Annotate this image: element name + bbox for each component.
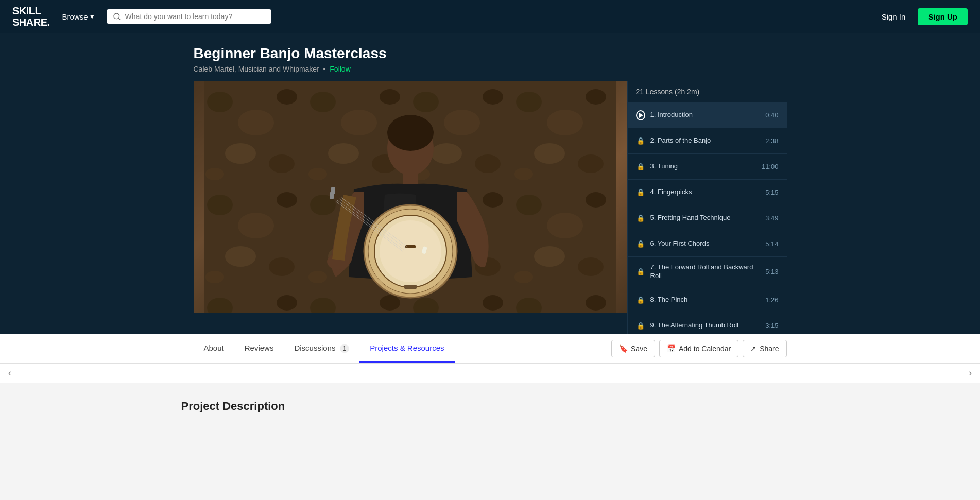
tab-item-reviews[interactable]: Reviews	[234, 334, 284, 363]
lock-icon: 🔒	[636, 188, 645, 197]
lesson-duration: 0:40	[765, 111, 778, 119]
badge: 1	[340, 344, 350, 353]
lesson-title: 1. Introduction	[650, 111, 761, 119]
follow-link[interactable]: Follow	[330, 65, 350, 73]
video-background	[194, 81, 627, 313]
project-description-title: Project Description	[181, 400, 799, 413]
lesson-title: 9. The Alternating Thumb Roll	[650, 321, 761, 330]
lesson-title: 4. Fingerpicks	[650, 188, 761, 197]
svg-point-12	[387, 115, 434, 151]
tab-item-about[interactable]: About	[194, 334, 234, 363]
svg-point-19	[380, 220, 441, 282]
lock-icon: 🔒	[637, 188, 645, 196]
lesson-title: 8. The Pinch	[650, 296, 761, 304]
lesson-item[interactable]: 🔒8. The Pinch1:26	[628, 287, 787, 313]
bottom-section: Project Description	[0, 383, 980, 429]
lock-icon: 🔒	[637, 214, 645, 222]
lock-icon: 🔒	[637, 240, 645, 248]
lesson-item[interactable]: 🔒9. The Alternating Thumb Roll3:15	[628, 313, 787, 334]
calendar-icon: 📅	[667, 344, 676, 353]
tabs: AboutReviewsDiscussions 1Projects & Reso…	[194, 334, 455, 363]
lesson-duration: 5:13	[765, 268, 778, 275]
tabs-section: AboutReviewsDiscussions 1Projects & Reso…	[0, 334, 980, 364]
logo: SKILL SHARE.	[12, 5, 50, 28]
lesson-item[interactable]: 🔒6. Your First Chords5:14	[628, 231, 787, 257]
lesson-duration: 5:15	[765, 188, 778, 196]
svg-line-1	[118, 18, 120, 20]
instructor-name: Caleb Martel, Musician and Whipmaker	[194, 65, 319, 73]
browse-button[interactable]: Browse ▾	[62, 12, 94, 21]
svg-rect-27	[404, 285, 417, 289]
share-icon: ↗	[750, 344, 757, 353]
tab-item-discussions[interactable]: Discussions 1	[284, 334, 359, 363]
svg-point-0	[114, 13, 119, 19]
lock-icon: 🔒	[636, 267, 645, 277]
lesson-title: 3. Tuning	[650, 162, 757, 171]
lesson-title: 5. Fretting Hand Technique	[650, 214, 761, 222]
chevron-down-icon: ▾	[90, 12, 94, 21]
scroll-right-arrow[interactable]: ›	[969, 368, 972, 378]
lesson-title: 2. Parts of the Banjo	[650, 136, 761, 145]
bookmark-icon: 🔖	[619, 344, 628, 353]
header: SKILL SHARE. Browse ▾ Sign In Sign Up	[0, 0, 980, 33]
course-meta: Caleb Martel, Musician and Whipmaker • F…	[194, 65, 787, 73]
search-icon	[113, 12, 121, 21]
lock-icon: 🔒	[636, 321, 645, 330]
action-buttons: 🔖Save📅Add to Calendar↗Share	[611, 340, 786, 357]
lessons-list[interactable]: 1. Introduction0:40🔒2. Parts of the Banj…	[628, 102, 787, 334]
search-input[interactable]	[125, 12, 265, 21]
action-label: Save	[631, 344, 647, 353]
logo-text: SKILL SHARE.	[12, 5, 50, 28]
lesson-item[interactable]: 🔒2. Parts of the Banjo2:38	[628, 128, 787, 154]
video-and-lessons: 21 Lessons (2h 2m) 1. Introduction0:40🔒2…	[194, 81, 787, 334]
lesson-item[interactable]: 🔒3. Tuning11:00	[628, 154, 787, 180]
lock-icon: 🔒	[636, 239, 645, 249]
tab-item-projects-and-resources[interactable]: Projects & Resources	[359, 334, 454, 363]
video-player[interactable]	[194, 81, 627, 313]
play-icon	[636, 111, 645, 120]
sign-in-button[interactable]: Sign In	[882, 12, 906, 21]
main-bg: Beginner Banjo Masterclass Caleb Martel,…	[0, 33, 980, 334]
tabs-and-actions: AboutReviewsDiscussions 1Projects & Reso…	[181, 334, 799, 363]
project-description-section: Project Description	[181, 400, 799, 413]
lessons-sidebar: 21 Lessons (2h 2m) 1. Introduction0:40🔒2…	[627, 81, 787, 334]
search-bar	[107, 9, 271, 24]
lesson-item[interactable]: 🔒4. Fingerpicks5:15	[628, 180, 787, 205]
lock-icon: 🔒	[636, 295, 645, 304]
lesson-duration: 5:14	[765, 240, 778, 248]
add-to-calendar-button[interactable]: 📅Add to Calendar	[659, 340, 738, 357]
action-label: Share	[760, 344, 779, 353]
lesson-duration: 2:38	[765, 137, 778, 145]
lesson-title: 7. The Forward Roll and Backward Roll	[650, 263, 761, 281]
lessons-header: 21 Lessons (2h 2m)	[628, 81, 787, 102]
lock-icon: 🔒	[637, 322, 645, 330]
lesson-item[interactable]: 🔒7. The Forward Roll and Backward Roll5:…	[628, 257, 787, 287]
lock-icon: 🔒	[636, 214, 645, 223]
course-title: Beginner Banjo Masterclass	[194, 45, 787, 62]
lock-icon: 🔒	[637, 268, 645, 275]
lesson-duration: 11:00	[762, 163, 779, 170]
save-button[interactable]: 🔖Save	[611, 340, 655, 357]
scroll-left-arrow[interactable]: ‹	[8, 368, 11, 378]
lock-icon: 🔒	[637, 163, 645, 170]
lock-icon: 🔒	[637, 296, 645, 304]
action-label: Add to Calendar	[679, 344, 731, 353]
video-container	[194, 81, 627, 313]
sign-up-button[interactable]: Sign Up	[918, 8, 968, 25]
svg-rect-22	[331, 187, 335, 194]
scroll-nav: ‹ ›	[0, 364, 980, 383]
video-illustration	[194, 81, 627, 313]
share-button[interactable]: ↗Share	[743, 340, 786, 357]
lesson-duration: 1:26	[765, 296, 778, 304]
lesson-title: 6. Your First Chords	[650, 239, 761, 248]
lesson-item[interactable]: 1. Introduction0:40	[628, 102, 787, 128]
lock-icon: 🔒	[637, 137, 645, 145]
lesson-duration: 3:15	[765, 322, 778, 330]
lock-icon: 🔒	[636, 162, 645, 171]
lesson-duration: 3:49	[765, 214, 778, 222]
lesson-item[interactable]: 🔒5. Fretting Hand Technique3:49	[628, 205, 787, 231]
lock-icon: 🔒	[636, 136, 645, 146]
